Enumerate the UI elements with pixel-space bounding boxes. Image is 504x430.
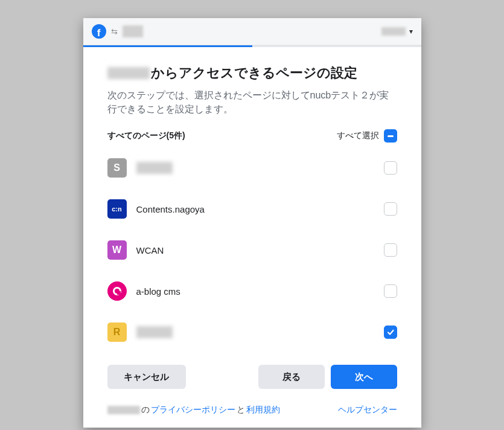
list-item: S bbox=[107, 147, 397, 188]
swap-icon: ⇆ bbox=[111, 27, 118, 36]
page-icon: W bbox=[107, 240, 127, 260]
page-name: WCAN bbox=[136, 245, 164, 255]
dialog-header: ⇆ ▾ bbox=[83, 18, 421, 45]
page-checkbox[interactable] bbox=[384, 284, 397, 298]
button-row: キャンセル 戻る 次へ bbox=[83, 353, 421, 396]
app-name-footer-obscured bbox=[107, 406, 140, 414]
select-all-label: すべて選択 bbox=[337, 130, 379, 141]
page-name-obscured bbox=[136, 326, 173, 338]
list-item: a-blog cms bbox=[107, 271, 397, 312]
facebook-logo-icon bbox=[92, 24, 106, 39]
list-item: R bbox=[107, 312, 397, 353]
back-button[interactable]: 戻る bbox=[258, 365, 325, 389]
help-center-link[interactable]: ヘルプセンター bbox=[338, 405, 397, 416]
app-name-obscured bbox=[123, 25, 143, 37]
account-switcher[interactable]: ▾ bbox=[381, 27, 413, 36]
content-section: からアクセスできるページの設定 次のステップでは、選択されたページに対してnuc… bbox=[83, 47, 421, 116]
page-name: a-blog cms bbox=[136, 286, 180, 297]
page-checkbox[interactable] bbox=[384, 326, 397, 339]
app-name-title-obscured bbox=[107, 67, 150, 79]
privacy-policy-link[interactable]: プライバシーポリシー bbox=[151, 405, 235, 416]
page-title: からアクセスできるページの設定 bbox=[107, 64, 397, 82]
footer-legal-text: の プライバシーポリシー と 利用規約 bbox=[107, 405, 280, 416]
select-all-toggle[interactable]: すべて選択 bbox=[337, 129, 397, 143]
list-item: W WCAN bbox=[107, 229, 397, 271]
next-button[interactable]: 次へ bbox=[331, 365, 397, 389]
title-suffix: からアクセスできるページの設定 bbox=[151, 64, 357, 82]
page-list-section: すべてのページ(5件) すべて選択 S c:n Contents.nagoya bbox=[83, 116, 421, 353]
page-name: Contents.nagoya bbox=[136, 204, 205, 214]
cancel-button[interactable]: キャンセル bbox=[107, 365, 186, 389]
page-subtitle: 次のステップでは、選択されたページに対してnucbテスト２が実行できることを設定… bbox=[107, 88, 397, 116]
dialog-footer: の プライバシーポリシー と 利用規約 ヘルプセンター bbox=[83, 396, 421, 428]
select-all-indeterminate-icon bbox=[384, 129, 397, 143]
header-left-group: ⇆ bbox=[92, 24, 143, 39]
permission-dialog: ⇆ ▾ からアクセスできるページの設定 次のステップでは、選択されたページに対し… bbox=[83, 18, 421, 428]
page-icon: S bbox=[107, 158, 127, 178]
list-header: すべてのページ(5件) すべて選択 bbox=[107, 129, 397, 143]
account-name-obscured bbox=[381, 27, 406, 36]
page-checkbox[interactable] bbox=[384, 243, 397, 257]
terms-link[interactable]: 利用規約 bbox=[246, 405, 280, 416]
page-icon: R bbox=[107, 322, 127, 342]
page-name-obscured bbox=[136, 162, 173, 174]
page-icon bbox=[107, 281, 127, 301]
list-item: c:n Contents.nagoya bbox=[107, 188, 397, 229]
chevron-down-icon: ▾ bbox=[409, 27, 413, 36]
page-icon: c:n bbox=[107, 199, 127, 219]
checkmark-icon bbox=[386, 328, 395, 336]
page-list: S c:n Contents.nagoya W WCAN bbox=[107, 147, 397, 353]
list-header-label: すべてのページ(5件) bbox=[107, 130, 185, 141]
page-checkbox[interactable] bbox=[384, 202, 397, 216]
page-checkbox[interactable] bbox=[384, 161, 397, 175]
